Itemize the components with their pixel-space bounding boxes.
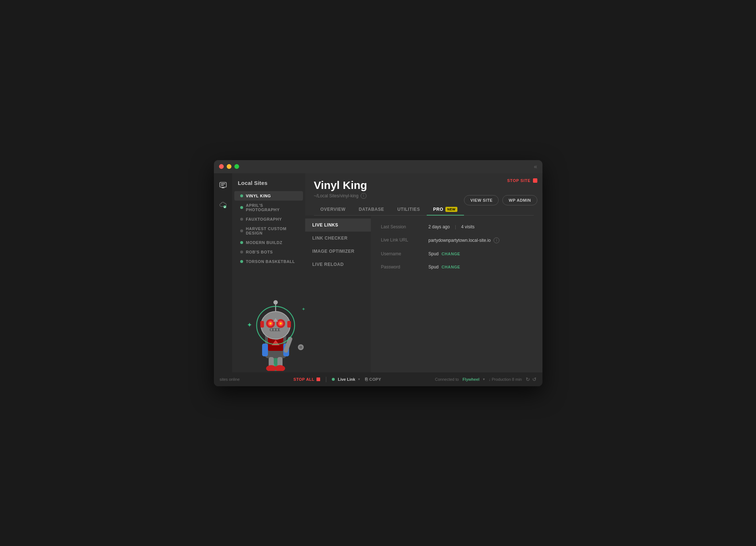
username-row: Username Spud CHANGE <box>381 251 532 256</box>
sites-online-text: sites online <box>220 377 240 382</box>
sidebar-item-torson-basketball[interactable]: TORSON BASKETBALL <box>234 257 303 266</box>
copy-icon: ⎘ <box>365 377 368 382</box>
live-link-chevron[interactable]: ▾ <box>358 377 360 381</box>
tab-pro-label: PRO <box>433 207 444 212</box>
pro-panel: Last Session 2 days ago | 4 visits Live … <box>371 216 542 372</box>
password-value: Spud CHANGE <box>429 264 460 270</box>
live-link-url-row: Live Link URL partydownpartytown.local-s… <box>381 237 532 243</box>
tab-utilities[interactable]: UTILITIES <box>391 204 426 216</box>
svg-rect-2 <box>221 185 224 186</box>
sites-icon[interactable] <box>217 179 229 191</box>
sidebar-item-modern-buildz[interactable]: MODERN BUILDZ <box>234 238 303 247</box>
site-path-text: ~/Local Sites/vinyl-king <box>314 193 358 198</box>
view-site-button[interactable]: VIEW SITE <box>464 195 499 205</box>
stop-site-button[interactable]: STOP SITE <box>507 178 537 183</box>
password-row: Password Spud CHANGE <box>381 264 532 270</box>
live-link-url-label: Live Link URL <box>381 237 429 243</box>
flywheel-chevron[interactable]: ▾ <box>483 377 485 381</box>
site-status-dot <box>240 218 243 221</box>
tabs: OVERVIEW DATABASE UTILITIES PRO NEW <box>314 204 534 216</box>
statusbar: sites online STOP ALL | Live Link ▾ ⎘ CO… <box>214 372 542 386</box>
sidebar-item-vinyl-king[interactable]: VINYL KING <box>234 191 303 201</box>
live-link-url-value: partydownpartytown.local-site.io i <box>429 237 500 243</box>
tab-database[interactable]: DATABASE <box>352 204 391 216</box>
header-actions: VIEW SITE WP ADMIN <box>464 195 537 205</box>
app-body: Local Sites VINYL KINGAPRIL'S PHOTOGRAPH… <box>214 173 542 372</box>
site-item-label: VINYL KING <box>246 194 271 198</box>
sidebar-item-fauxtography[interactable]: FAUXTOGRAPHY <box>234 214 303 224</box>
tab-content: LIVE LINKS LINK CHECKER IMAGE OPTIMIZER … <box>305 216 542 372</box>
svg-point-4 <box>223 205 226 208</box>
sidebar: Local Sites VINYL KINGAPRIL'S PHOTOGRAPH… <box>232 173 305 372</box>
sync-up-icon[interactable]: ↺ <box>532 376 537 382</box>
site-item-label: FAUXTOGRAPHY <box>246 217 282 221</box>
production-label: ↓ Production 8 min <box>488 377 522 382</box>
site-title: Vinyl King <box>314 179 534 191</box>
maximize-button[interactable] <box>234 164 239 169</box>
pro-nav-link-checker[interactable]: LINK CHECKER <box>305 232 371 245</box>
sync-down-icon[interactable]: ↻ <box>526 376 530 382</box>
minimize-button[interactable] <box>227 164 231 169</box>
stop-all-button[interactable]: STOP ALL <box>293 377 321 382</box>
titlebar: « <box>214 160 542 173</box>
password-text: Spud <box>429 264 439 270</box>
username-text: Spud <box>429 251 439 256</box>
sidebar-item-harvest-custom-design[interactable]: HARVEST CUSTOM DESIGN <box>234 224 303 238</box>
traffic-lights <box>219 164 239 169</box>
site-status-dot <box>240 241 243 244</box>
username-change-button[interactable]: CHANGE <box>442 252 460 256</box>
copy-button[interactable]: ⎘ COPY <box>365 377 381 382</box>
tab-overview[interactable]: OVERVIEW <box>314 204 352 216</box>
sidebar-item-aprils-photography[interactable]: APRIL'S PHOTOGRAPHY <box>234 201 303 214</box>
site-status-dot <box>240 194 243 197</box>
pro-nav-image-optimizer[interactable]: IMAGE OPTIMIZER <box>305 245 371 258</box>
collapse-icon[interactable]: « <box>534 163 537 170</box>
site-list: VINYL KINGAPRIL'S PHOTOGRAPHYFAUXTOGRAPH… <box>232 191 305 266</box>
site-item-label: TORSON BASKETBALL <box>246 259 295 264</box>
stop-all-square <box>316 377 320 381</box>
cloud-icon[interactable] <box>217 199 229 211</box>
site-item-label: ROB'S BOTS <box>246 250 273 254</box>
sidebar-title: Local Sites <box>232 173 305 191</box>
wp-admin-button[interactable]: WP ADMIN <box>502 195 537 205</box>
site-item-label: MODERN BUILDZ <box>246 240 283 245</box>
svg-rect-3 <box>222 187 225 188</box>
pro-nav-live-reload[interactable]: LIVE RELOAD <box>305 258 371 271</box>
live-link-url-text: partydownpartytown.local-site.io <box>429 238 491 243</box>
connected-to-label: Connected to <box>435 377 458 382</box>
path-info-icon[interactable]: i <box>361 193 367 199</box>
last-session-label: Last Session <box>381 224 429 229</box>
last-session-time: 2 days ago <box>429 224 450 229</box>
password-change-button[interactable]: CHANGE <box>442 265 460 269</box>
sync-icons: ↻ ↺ <box>526 376 537 382</box>
tab-pro[interactable]: PRO NEW <box>427 204 464 216</box>
flywheel-link[interactable]: Flywheel <box>463 377 479 382</box>
icon-rail <box>214 173 232 372</box>
username-label: Username <box>381 251 429 256</box>
site-item-label: HARVEST CUSTOM DESIGN <box>246 226 297 235</box>
pro-sidebar: LIVE LINKS LINK CHECKER IMAGE OPTIMIZER … <box>305 216 371 372</box>
live-link-area: Live Link ▾ <box>332 377 360 382</box>
statusbar-divider: | <box>325 376 327 383</box>
sidebar-item-robs-bots[interactable]: ROB'S BOTS <box>234 247 303 257</box>
svg-rect-1 <box>221 183 225 184</box>
close-button[interactable] <box>219 164 224 169</box>
last-session-row: Last Session 2 days ago | 4 visits <box>381 224 532 229</box>
site-status-dot <box>240 251 243 253</box>
live-link-dot <box>332 378 335 381</box>
site-status-dot <box>240 260 243 263</box>
stop-site-square <box>533 178 537 183</box>
site-status-dot <box>240 206 243 209</box>
svg-rect-0 <box>220 182 226 187</box>
separator: | <box>455 224 456 229</box>
new-badge: NEW <box>445 207 457 212</box>
main-content: STOP SITE VIEW SITE WP ADMIN Vinyl King … <box>305 173 542 372</box>
username-value: Spud CHANGE <box>429 251 460 256</box>
password-label: Password <box>381 264 429 270</box>
copy-label: COPY <box>369 377 381 382</box>
live-link-label: Live Link <box>338 377 355 382</box>
pro-nav-live-links[interactable]: LIVE LINKS <box>305 218 371 232</box>
statusbar-right: Connected to Flywheel ▾ ↓ Production 8 m… <box>435 376 536 382</box>
url-info-icon[interactable]: i <box>494 237 499 243</box>
site-item-label: APRIL'S PHOTOGRAPHY <box>246 203 297 212</box>
